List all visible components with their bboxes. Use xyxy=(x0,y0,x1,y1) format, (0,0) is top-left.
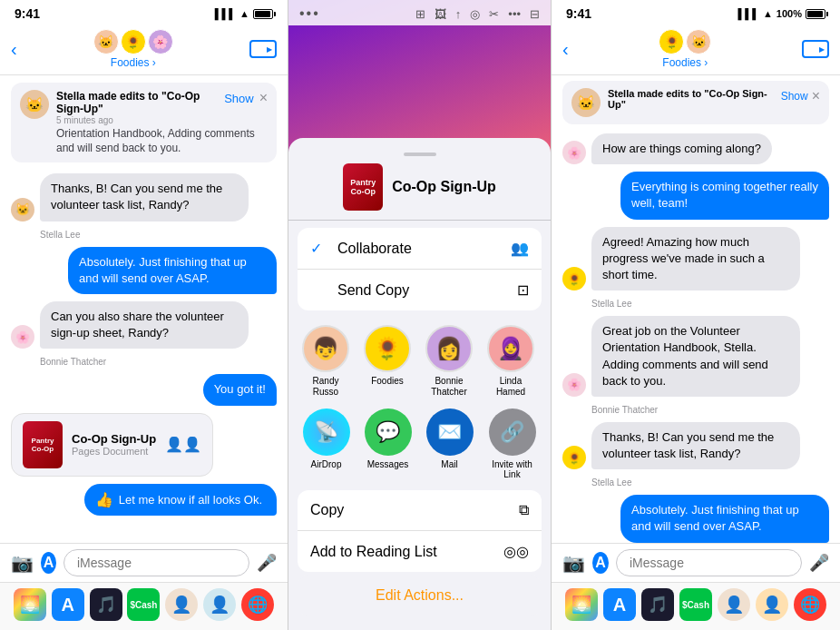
send-copy-label: Send Copy xyxy=(337,282,409,299)
collaborate-option[interactable]: ✓ Collaborate 👥 xyxy=(298,228,542,270)
dock-contact-right-1[interactable]: 👤 xyxy=(718,588,750,621)
person-name-linda: LindaHamed xyxy=(496,376,525,398)
camera-icon-left[interactable]: 📷 xyxy=(11,552,34,574)
battery-text-right: 100% xyxy=(777,8,802,19)
notif-close-button-right[interactable]: × xyxy=(812,88,820,104)
copy-label: Copy xyxy=(310,502,344,518)
mail-label: Mail xyxy=(441,459,457,469)
group-name-right[interactable]: Foodies › xyxy=(662,56,708,69)
msg-avatar-right-1: 🌸 xyxy=(562,141,586,164)
avatar-right-1: 🌻 xyxy=(659,29,684,54)
status-time-left: 9:41 xyxy=(15,6,40,21)
message-row-right-3: 🌻 Agreed! Amazing how much progress we'v… xyxy=(562,227,829,291)
dock-cash[interactable]: $Cash xyxy=(127,588,160,621)
person-linda[interactable]: 🧕 LindaHamed xyxy=(486,325,535,398)
app-mail[interactable]: ✉️ Mail xyxy=(426,409,474,479)
person-randy[interactable]: 👦 RandyRusso xyxy=(301,325,350,398)
input-bar-right: 📷 A 🎤 xyxy=(552,543,840,582)
icon-scissors[interactable]: ✂ xyxy=(489,7,499,21)
invite-link-label: Invite with Link xyxy=(488,459,537,479)
app-invite-link[interactable]: 🔗 Invite with Link xyxy=(488,409,537,479)
apps-icon-right[interactable]: A xyxy=(592,552,609,574)
icon-target[interactable]: ◎ xyxy=(470,7,480,21)
top-icons-middle: ⊞ 🖼 ↑ ◎ ✂ ••• ⊟ xyxy=(415,7,540,21)
message-input-right[interactable] xyxy=(616,549,802,576)
icon-more[interactable]: ••• xyxy=(508,7,521,21)
attachment-share-icon: 👤👤 xyxy=(165,436,201,453)
dock-contact-2[interactable]: 👤 xyxy=(203,588,236,621)
back-button-left[interactable]: ‹ xyxy=(11,39,17,60)
icon-dock[interactable]: ⊟ xyxy=(530,7,540,21)
msg-avatar-right-4: 🌸 xyxy=(562,373,586,397)
bubble-right-1: How are things coming along? xyxy=(591,133,772,164)
dock-contact-right-2[interactable]: 👤 xyxy=(756,588,788,621)
person-avatar-bonnie: 👩 xyxy=(425,325,473,372)
bubble-left-2: Absolutely. Just finishing that up and w… xyxy=(68,247,277,294)
input-bar-left: 📷 A 🎤 xyxy=(0,543,288,582)
messages-area-right[interactable]: 🌸 How are things coming along? Everythin… xyxy=(552,126,840,543)
message-input-left[interactable] xyxy=(63,549,249,576)
nav-header-right: ‹ 🌻 🐱 Foodies › xyxy=(552,25,840,75)
attachment-info-left: Co-Op Sign-Up Pages Document xyxy=(72,432,156,457)
battery-icon-right xyxy=(806,9,825,19)
bottom-options: Copy ⧉ Add to Reading List ◎◎ xyxy=(298,490,542,572)
notif-content-right: Stella made edits to "Co-Op Sign-Up" Sho… xyxy=(608,88,820,110)
copy-icon: ⧉ xyxy=(519,502,529,518)
share-doc-preview: PantryCo-Op Co-Op Sign-Up xyxy=(343,163,496,211)
message-row-right-2: Everything is coming together really wel… xyxy=(562,172,829,219)
apps-icon-left[interactable]: A xyxy=(41,552,56,574)
bubble-left-4: You got it! xyxy=(203,374,277,405)
notif-time-left: 5 minutes ago xyxy=(56,115,268,125)
top-dots-middle: ••• xyxy=(299,5,320,22)
attachment-type-left: Pages Document xyxy=(72,446,156,457)
bubble-right-4: Great job on the Volunteer Orientation H… xyxy=(591,316,800,397)
notif-show-button-left[interactable]: Show xyxy=(224,92,254,105)
reaction-text-left: Let me know if all looks Ok. xyxy=(119,493,262,507)
attachment-name-left: Co-Op Sign-Up xyxy=(72,432,156,446)
mic-icon-right[interactable]: 🎤 xyxy=(809,553,829,573)
notif-close-button-left[interactable]: × xyxy=(259,90,268,106)
icon-grid[interactable]: ⊞ xyxy=(415,7,425,21)
notification-banner-right: 🐱 Stella made edits to "Co-Op Sign-Up" S… xyxy=(562,81,829,124)
video-call-button-right[interactable] xyxy=(802,40,829,58)
group-avatars-left: 🐱 🌻 🌸 xyxy=(93,29,173,54)
attachment-left[interactable]: PantryCo-Op Co-Op Sign-Up Pages Document… xyxy=(11,413,213,477)
sender-name-right-3: Stella Lee xyxy=(591,299,829,309)
person-foodies[interactable]: 🌻 Foodies xyxy=(363,325,412,398)
dock-contact-1[interactable]: 👤 xyxy=(165,588,198,621)
messages-area-left[interactable]: 🐱 Stella made edits to "Co-Op Sign-Up" S… xyxy=(0,75,288,543)
icon-image[interactable]: 🖼 xyxy=(435,7,446,21)
dock-shazam[interactable]: 🎵 xyxy=(90,588,122,621)
send-copy-option[interactable]: Send Copy ⊡ xyxy=(298,270,542,310)
dock-shazam-right[interactable]: 🎵 xyxy=(641,588,674,621)
dock-globe-right[interactable]: 🌐 xyxy=(794,588,826,621)
link-icon: 🔗 xyxy=(489,409,536,456)
dock-photos-right[interactable]: 🌅 xyxy=(565,588,598,621)
sender-name-left-1: Stella Lee xyxy=(40,230,277,240)
camera-icon-right[interactable]: 📷 xyxy=(562,552,585,574)
video-call-button-left[interactable] xyxy=(249,40,277,58)
dock-globe[interactable]: 🌐 xyxy=(241,588,274,621)
reading-list-option[interactable]: Add to Reading List ◎◎ xyxy=(298,531,542,572)
dock-photos[interactable]: 🌅 xyxy=(14,588,46,621)
status-icons-right: ▌▌▌ ▲ 100% xyxy=(738,8,825,19)
copy-option[interactable]: Copy ⧉ xyxy=(298,490,542,531)
person-bonnie[interactable]: 👩 BonnieThatcher xyxy=(425,325,474,398)
wifi-icon-right: ▲ xyxy=(763,8,773,19)
left-panel: 9:41 ▌▌▌ ▲ ‹ 🐱 🌻 🌸 Foodies › 🐱 Stella ma… xyxy=(0,0,288,630)
back-button-right[interactable]: ‹ xyxy=(562,39,569,60)
app-messages[interactable]: 💬 Messages xyxy=(365,409,412,479)
group-name-left[interactable]: Foodies › xyxy=(111,56,156,69)
share-header: PantryCo-Op Co-Op Sign-Up xyxy=(288,149,551,221)
mic-icon-left[interactable]: 🎤 xyxy=(257,553,277,573)
icon-upload[interactable]: ↑ xyxy=(455,7,462,21)
notif-show-button-right[interactable]: Show xyxy=(781,90,808,103)
edit-actions-button[interactable]: Edit Actions... xyxy=(298,576,542,615)
message-row-left-6: 👍 Let me know if all looks Ok. xyxy=(11,484,277,516)
bubble-left-1: Thanks, B! Can you send me the volunteer… xyxy=(40,173,249,221)
dock-appstore-right[interactable]: A xyxy=(603,588,636,621)
dock-appstore[interactable]: A xyxy=(52,588,84,621)
message-row-left-5: PantryCo-Op Co-Op Sign-Up Pages Document… xyxy=(11,413,277,477)
app-airdrop[interactable]: 📡 AirDrop xyxy=(303,409,350,479)
dock-cash-right[interactable]: $Cash xyxy=(679,588,712,621)
